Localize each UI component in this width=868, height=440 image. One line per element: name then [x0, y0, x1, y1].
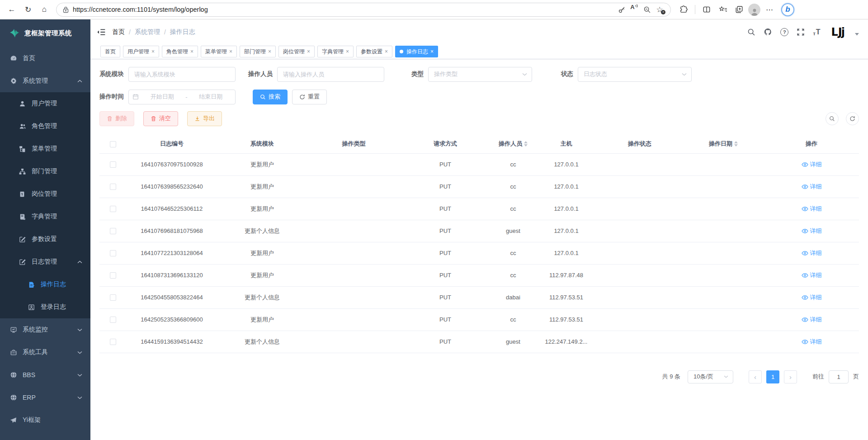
close-icon[interactable]: ×	[229, 48, 232, 55]
close-icon[interactable]: ×	[385, 48, 388, 55]
row-checkbox[interactable]	[110, 228, 116, 234]
favorites-bar-icon[interactable]	[716, 2, 730, 17]
extensions-puzzle-icon[interactable]	[676, 2, 691, 17]
search-button[interactable]: 搜索	[253, 90, 288, 104]
sidebar-item-log-mgmt[interactable]: 日志管理	[0, 251, 90, 273]
zoom-out-icon[interactable]	[641, 4, 653, 15]
close-icon[interactable]: ×	[151, 48, 155, 55]
row-checkbox[interactable]	[110, 272, 116, 279]
close-icon[interactable]: ×	[430, 48, 434, 55]
tab-menu-mgmt[interactable]: 菜单管理×	[201, 46, 237, 57]
text-size-icon[interactable]: тT	[813, 28, 820, 36]
row-checkbox[interactable]	[110, 294, 116, 301]
sidebar-item-post-mgmt[interactable]: 岗位管理	[0, 183, 90, 205]
prev-page-button[interactable]: ‹	[749, 370, 762, 383]
table-refresh-icon[interactable]	[846, 112, 859, 125]
sidebar-item-system-monitor[interactable]: 系统监控	[0, 318, 90, 341]
tab-dept-mgmt[interactable]: 部门管理×	[240, 46, 276, 57]
browser-home-button[interactable]: ⌂	[37, 2, 52, 17]
browser-reload-button[interactable]: ↻	[21, 2, 35, 17]
row-checkbox[interactable]	[110, 206, 116, 212]
split-screen-icon[interactable]	[699, 2, 714, 17]
page-1-button[interactable]: 1	[766, 370, 779, 383]
read-aloud-icon[interactable]: A	[628, 4, 641, 15]
collections-icon[interactable]	[732, 2, 746, 17]
detail-link[interactable]: 详细	[802, 293, 822, 302]
export-button[interactable]: 导出	[187, 111, 222, 126]
address-bar[interactable]: https://ccnetcore.com:1101/system/log/op…	[56, 3, 671, 17]
user-avatar[interactable]: Ǉj	[831, 26, 844, 38]
sidebar-item-dict-mgmt[interactable]: 字典管理	[0, 205, 90, 228]
sidebar-item-role-mgmt[interactable]: 角色管理	[0, 115, 90, 137]
app-logo[interactable]: 意框架管理系统	[0, 19, 90, 47]
sidebar-item-bbs[interactable]: BBS	[0, 364, 90, 386]
row-checkbox[interactable]	[110, 250, 116, 256]
date-range-picker[interactable]: 开始日期 - 结束日期	[128, 90, 236, 104]
sidebar-item-yi-framework[interactable]: Yi框架	[0, 409, 90, 431]
status-select[interactable]: 日志状态	[578, 67, 692, 82]
next-page-button[interactable]: ›	[784, 370, 797, 383]
operator-input[interactable]	[277, 67, 384, 82]
fullscreen-icon[interactable]	[797, 28, 805, 36]
sidebar-item-system-mgmt[interactable]: 系统管理	[0, 70, 90, 92]
bing-chat-icon[interactable]: b	[781, 3, 794, 16]
table-search-toggle-icon[interactable]	[826, 112, 839, 125]
detail-link[interactable]: 详细	[802, 227, 822, 235]
row-checkbox[interactable]	[110, 339, 116, 345]
close-icon[interactable]: ×	[346, 48, 349, 55]
reset-button[interactable]: 重置	[292, 90, 327, 104]
sort-toggle[interactable]	[734, 141, 738, 147]
sidebar-item-operation-log[interactable]: 操作日志	[0, 273, 90, 296]
avatar-caret-icon[interactable]	[855, 33, 859, 36]
detail-link[interactable]: 详细	[802, 316, 822, 324]
detail-link[interactable]: 详细	[802, 249, 822, 257]
type-select[interactable]: 操作类型	[428, 67, 532, 82]
tab-param-settings[interactable]: 参数设置×	[356, 46, 392, 57]
sidebar-item-user-mgmt[interactable]: 用户管理	[0, 92, 90, 115]
tab-dict-mgmt[interactable]: 字典管理×	[317, 46, 354, 57]
close-icon[interactable]: ×	[268, 48, 271, 55]
favorite-star-icon[interactable]: ☆ +	[653, 4, 666, 15]
tab-role-mgmt[interactable]: 角色管理×	[162, 46, 198, 57]
browser-profile-avatar[interactable]	[748, 4, 760, 16]
sidebar-item-erp[interactable]: ERP	[0, 386, 90, 409]
page-size-select[interactable]: 10条/页	[688, 370, 733, 383]
sidebar-item-dept-mgmt[interactable]: 部门管理	[0, 160, 90, 183]
tab-home[interactable]: 首页	[100, 46, 120, 57]
sidebar-item-login-log[interactable]: 登录日志	[0, 296, 90, 318]
delete-button[interactable]: 删除	[99, 111, 134, 126]
help-question-icon[interactable]: ?	[780, 28, 788, 36]
sidebar-item-param-settings[interactable]: 参数设置	[0, 228, 90, 251]
row-checkbox[interactable]	[110, 184, 116, 190]
sidebar-item-system-tools[interactable]: 系统工具	[0, 341, 90, 364]
breadcrumb-home[interactable]: 首页	[112, 28, 125, 36]
goto-page-input[interactable]	[829, 370, 849, 383]
sidebar-item-menu-mgmt[interactable]: 菜单管理	[0, 137, 90, 160]
detail-link[interactable]: 详细	[802, 183, 822, 191]
url-text[interactable]: https://ccnetcore.com:1101/system/log/op…	[73, 6, 615, 13]
password-key-icon[interactable]	[615, 4, 628, 15]
tab-post-mgmt[interactable]: 岗位管理×	[278, 46, 315, 57]
detail-link[interactable]: 详细	[802, 271, 822, 279]
breadcrumb-system-mgmt[interactable]: 系统管理	[135, 28, 160, 36]
module-input[interactable]	[128, 67, 236, 82]
row-checkbox[interactable]	[110, 317, 116, 323]
github-icon[interactable]	[764, 28, 772, 36]
row-checkbox[interactable]	[110, 161, 116, 168]
tab-operation-log[interactable]: 操作日志×	[395, 46, 438, 57]
sidebar-fold-icon[interactable]	[97, 28, 106, 36]
detail-link[interactable]: 详细	[802, 338, 822, 346]
close-icon[interactable]: ×	[307, 48, 310, 55]
header-search-icon[interactable]	[747, 28, 755, 36]
browser-settings-more-icon[interactable]: ⋯	[762, 2, 777, 17]
browser-back-button[interactable]: ←	[5, 2, 19, 17]
sidebar-item-home[interactable]: 首页	[0, 47, 90, 70]
sort-toggle[interactable]	[524, 141, 528, 147]
tab-user-mgmt[interactable]: 用户管理×	[123, 46, 159, 57]
close-icon[interactable]: ×	[190, 48, 193, 55]
detail-link[interactable]: 详细	[802, 161, 822, 169]
select-all-checkbox[interactable]	[110, 141, 116, 147]
detail-link[interactable]: 详细	[802, 205, 822, 213]
table-row: 1641076370975100928更新用户 PUTcc127.0.0.1 详…	[99, 153, 859, 175]
clear-button[interactable]: 清空	[143, 111, 178, 126]
